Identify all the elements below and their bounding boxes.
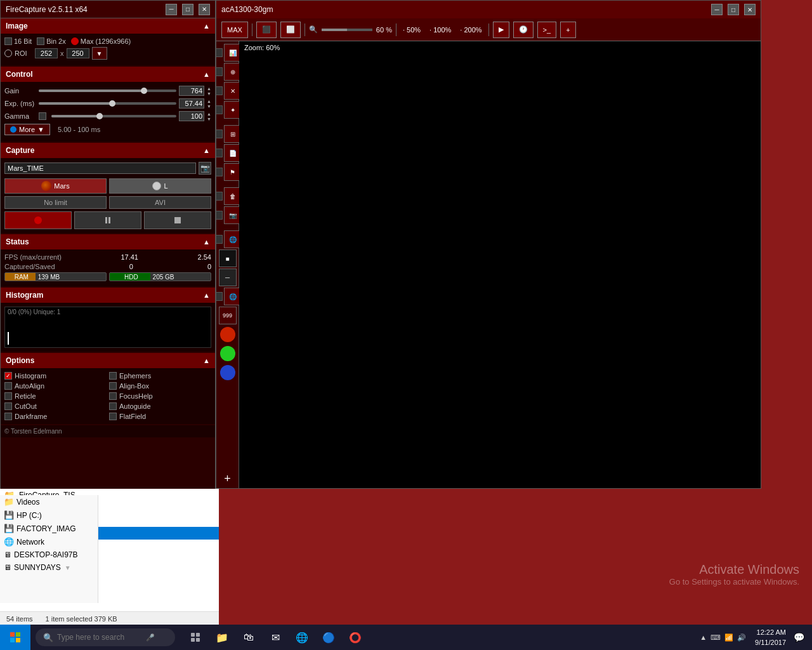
record-button[interactable] [4, 211, 72, 229]
sidebar-check-2[interactable] [216, 67, 223, 76]
tree-item-factory[interactable]: 💾 FACTORY_IMAG [0, 522, 98, 535]
gain-slider-thumb[interactable] [141, 88, 147, 94]
roi-y-input[interactable] [67, 48, 89, 58]
pause-button[interactable] [74, 211, 141, 229]
stop-button[interactable] [144, 211, 211, 229]
histogram-section-header[interactable]: Histogram ▲ [1, 288, 215, 303]
app-taskbar-btn[interactable]: ⭕ [343, 625, 368, 650]
status-section-header[interactable]: Status ▲ [1, 234, 215, 249]
flatfield-checkbox[interactable] [109, 413, 117, 420]
roi-dropdown[interactable]: ▼ [92, 47, 107, 60]
capture-cam-button[interactable]: 📷 [199, 162, 211, 175]
sidebar-add-btn[interactable]: + [224, 472, 231, 486]
more-button[interactable]: More ▼ [4, 124, 50, 135]
option-ephemers[interactable]: Ephemers [109, 372, 211, 380]
sidebar-check-5[interactable] [216, 129, 223, 138]
sidebar-check-1[interactable] [216, 48, 223, 57]
fc-minimize-btn[interactable]: ─ [166, 4, 177, 15]
exp-up-btn[interactable]: ▲ [207, 99, 211, 103]
tree-item-hp[interactable]: 💾 HP (C:) [0, 508, 98, 522]
reticle-checkbox[interactable] [4, 392, 12, 400]
gain-up-btn[interactable]: ▲ [207, 86, 211, 91]
sidebar-check-4[interactable] [216, 105, 223, 114]
taskbar-search-box[interactable]: 🔍 🎤 [36, 628, 175, 646]
exp-down-btn[interactable]: ▼ [207, 104, 211, 109]
toolbar-btn-2[interactable]: ⬛ [256, 22, 277, 38]
option-cutout[interactable]: CutOut [4, 402, 107, 410]
option-reticle[interactable]: Reticle [4, 392, 107, 400]
exp-slider-thumb[interactable] [109, 100, 115, 107]
chevron-up-icon[interactable]: ▲ [700, 633, 707, 641]
bit16-checkbox[interactable] [4, 37, 12, 45]
sidebar-check-3[interactable] [216, 86, 223, 95]
autoalign-checkbox[interactable] [4, 382, 12, 390]
sidebar-btn-999[interactable]: 999 [219, 307, 237, 324]
option-alignbox[interactable]: Align-Box [109, 382, 211, 390]
sidebar-check-9[interactable] [216, 211, 223, 220]
option-autoalign[interactable]: AutoAlign [4, 382, 107, 390]
ephemers-checkbox[interactable] [109, 372, 117, 380]
gain-value-input[interactable] [179, 86, 204, 96]
option-autoguide[interactable]: Autoguide [109, 402, 211, 410]
edge-taskbar-btn[interactable]: 🌐 [289, 625, 315, 650]
max-radio[interactable] [71, 37, 79, 45]
start-button[interactable] [0, 625, 30, 650]
option-darkframe[interactable]: Darkframe [4, 413, 107, 420]
autoguide-checkbox[interactable] [109, 402, 117, 410]
tree-item-sunnydays[interactable]: 🖥 SUNNYDAYS ▼ [0, 561, 98, 574]
cutout-checkbox[interactable] [4, 402, 12, 410]
chrome-taskbar-btn[interactable]: 🔵 [316, 625, 341, 650]
zoom-200-btn[interactable]: · 200% [457, 25, 484, 35]
zoom-slider[interactable] [322, 29, 372, 31]
zoom-100-btn[interactable]: · 100% [427, 25, 454, 35]
sidebar-check-10[interactable] [216, 235, 223, 244]
sidebar-check-8[interactable] [216, 192, 223, 201]
max-option[interactable]: Max (1296x966) [71, 37, 131, 45]
capture-filename-input[interactable] [4, 162, 196, 174]
fc-close-btn[interactable]: ✕ [199, 4, 210, 15]
zoom-50-btn[interactable]: · 50% [400, 25, 423, 35]
sidebar-blue-dot[interactable] [220, 365, 235, 380]
gain-down-btn[interactable]: ▼ [207, 91, 211, 96]
focushelp-checkbox[interactable] [109, 392, 117, 400]
gamma-up-btn[interactable]: ▲ [207, 112, 211, 116]
taskview-btn[interactable] [183, 625, 208, 650]
sidebar-btn-minus[interactable]: ─ [219, 269, 237, 286]
sidebar-check-7[interactable] [216, 168, 223, 176]
limit-button[interactable]: No limit [4, 196, 107, 209]
cam-close-btn[interactable]: ✕ [744, 4, 756, 15]
bin2x-checkbox[interactable] [37, 37, 44, 45]
exp-slider-track[interactable] [39, 102, 176, 105]
object-button[interactable]: Mars [4, 178, 107, 194]
roi-x-input[interactable] [35, 48, 58, 58]
option-flatfield[interactable]: FlatField [109, 413, 211, 420]
gain-slider-track[interactable] [39, 90, 176, 92]
sidebar-check-11[interactable] [216, 292, 223, 301]
format-button[interactable]: AVI [109, 196, 211, 209]
cam-minimize-btn[interactable]: ─ [711, 4, 723, 15]
toolbar-btn-3[interactable]: ⬜ [280, 22, 301, 38]
bit16-option[interactable]: 16 Bit [4, 37, 32, 45]
option-histogram[interactable]: ✓ Histogram [4, 372, 107, 380]
gamma-down-btn[interactable]: ▼ [207, 117, 211, 121]
toolbar-add-btn[interactable]: + [560, 22, 575, 38]
file-explorer-taskbar-btn[interactable]: 📁 [209, 625, 235, 650]
sunnydays-expand-icon[interactable]: ▼ [65, 564, 71, 571]
image-section-header[interactable]: Image ▲ [1, 18, 215, 34]
sidebar-check-6[interactable] [216, 149, 223, 157]
gamma-slider-track[interactable] [51, 115, 176, 117]
toolbar-run-btn[interactable]: ▶ [493, 22, 509, 38]
bin2x-option[interactable]: Bin 2x [37, 37, 66, 45]
exp-value-input[interactable] [179, 98, 204, 109]
capture-section-header[interactable]: Capture ▲ [1, 143, 215, 158]
gamma-value-input[interactable] [179, 111, 204, 121]
notification-icon[interactable]: 💬 [794, 632, 807, 642]
cam-maximize-btn[interactable]: □ [728, 4, 739, 15]
fc-maximize-btn[interactable]: □ [182, 4, 193, 15]
option-focushelp[interactable]: FocusHelp [109, 392, 211, 400]
histogram-checkbox[interactable]: ✓ [4, 372, 12, 380]
store-taskbar-btn[interactable]: 🛍 [236, 625, 261, 650]
darkframe-checkbox[interactable] [4, 413, 12, 420]
taskbar-search-input[interactable] [57, 633, 146, 642]
gamma-checkbox[interactable] [39, 112, 46, 120]
